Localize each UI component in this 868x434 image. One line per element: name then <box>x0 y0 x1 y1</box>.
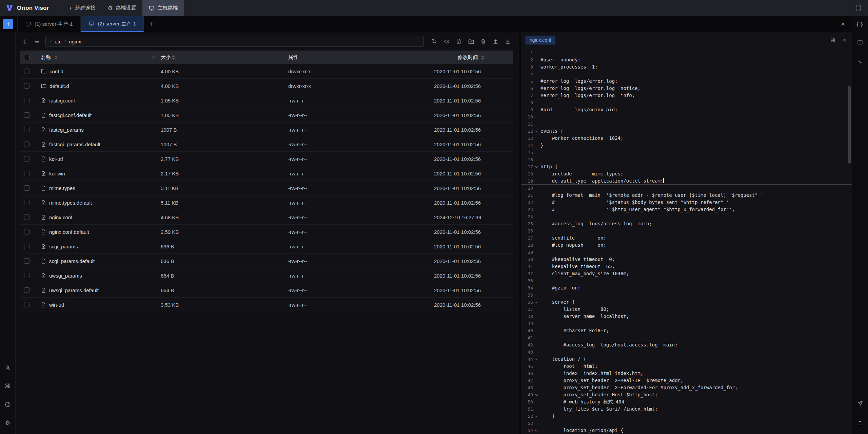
row-checkbox[interactable] <box>24 141 29 147</box>
code-line[interactable]: 48 proxy_set_header X-Forwarded-For $pro… <box>521 384 852 391</box>
code-line[interactable]: 4 <box>521 71 852 78</box>
file-name[interactable]: uwsgi_params <box>49 273 82 279</box>
code-line[interactable]: 11 <box>521 120 852 128</box>
toggle-hidden-button[interactable] <box>441 36 452 46</box>
code-line[interactable]: 38 server_name localhost; <box>521 313 852 320</box>
column-header-attr[interactable]: 属性 <box>288 54 298 61</box>
layout-toggle-button[interactable] <box>855 37 865 47</box>
code-line[interactable]: 31 keepalive_timeout 65; <box>521 263 852 270</box>
row-checkbox[interactable] <box>24 156 29 162</box>
filter-icon[interactable] <box>151 55 156 60</box>
code-line[interactable]: 30 #keepalive_timeout 0; <box>521 256 852 263</box>
file-name[interactable]: scgi_params.default <box>49 258 95 264</box>
code-line[interactable]: 3worker_processes 1; <box>521 63 852 71</box>
navbar-item-new-connection[interactable]: +新建连接 <box>62 0 101 16</box>
select-all-checkbox[interactable] <box>24 55 29 60</box>
table-row[interactable]: fastcgi.conf1.05 KB-rw-r--r--2020-11-01 … <box>20 93 513 108</box>
code-line[interactable]: 26 <box>521 227 852 234</box>
upload-button[interactable] <box>490 36 500 46</box>
code-line[interactable]: 19 default_type application/octet-stream… <box>521 177 852 185</box>
file-name[interactable]: fastcgi_params.default <box>49 141 100 147</box>
editor-close-button[interactable]: × <box>843 36 846 44</box>
row-checkbox[interactable] <box>24 244 29 249</box>
code-line[interactable]: 34 #gzip on; <box>521 284 852 291</box>
code-line[interactable]: 52 } <box>521 413 852 420</box>
row-checkbox[interactable] <box>24 214 29 220</box>
row-checkbox[interactable] <box>24 273 29 278</box>
code-line[interactable]: 15 <box>521 149 852 156</box>
code-line[interactable]: 5#error_log logs/error.log; <box>521 78 852 85</box>
row-checkbox[interactable] <box>24 258 29 264</box>
refresh-button[interactable]: ↻ <box>429 36 439 46</box>
file-name[interactable]: mime.types.default <box>49 200 92 206</box>
table-row[interactable]: win-utf3.53 KB-rw-r--r--2020-11-01 10:02… <box>20 298 513 312</box>
table-row[interactable]: scgi_params636 B-rw-r--r--2020-11-01 10:… <box>20 239 513 254</box>
terminal-tab-1[interactable]: (1) server-生产-1 <box>17 16 81 32</box>
path-segment[interactable]: etc <box>55 39 61 44</box>
code-line[interactable]: 24 <box>521 213 852 220</box>
code-line[interactable]: 23 # '"$http_user_agent" "$http_x_forwar… <box>521 206 852 213</box>
code-line[interactable]: 45 root html; <box>521 363 852 370</box>
save-button[interactable] <box>828 36 837 44</box>
code-line[interactable]: 37 listen 80; <box>521 306 852 313</box>
table-row[interactable]: default.d4.00 KBdrwxr-xr-x2020-11-01 10:… <box>20 79 513 93</box>
column-header-mtime[interactable]: 修改时间 <box>458 54 478 61</box>
table-row[interactable]: koi-win2.17 KB-rw-r--r--2020-11-01 10:02… <box>20 166 513 181</box>
row-checkbox[interactable] <box>24 98 29 103</box>
navbar-item-terminal-settings[interactable]: ⚙终端设置 <box>101 0 142 16</box>
code-line[interactable]: 14} <box>521 142 852 149</box>
column-header-name[interactable]: 名称 <box>41 54 51 61</box>
code-line[interactable]: 2#user nobody; <box>521 56 852 63</box>
row-checkbox[interactable] <box>24 302 29 307</box>
code-line[interactable]: 16 <box>521 156 852 163</box>
delete-button[interactable] <box>478 36 488 46</box>
file-name[interactable]: nginx.conf.default <box>49 229 89 235</box>
table-row[interactable]: koi-utf2.77 KB-rw-r--r--2020-11-01 10:02… <box>20 152 513 166</box>
code-line[interactable]: 13 worker_connections 1024; <box>521 135 852 142</box>
fold-toggle[interactable] <box>533 413 540 420</box>
row-checkbox[interactable] <box>24 200 29 205</box>
file-name[interactable]: scgi_params <box>49 244 78 249</box>
code-line[interactable]: 12events { <box>521 128 852 135</box>
file-name[interactable]: conf.d <box>50 69 63 74</box>
editor-scrollbar-thumb[interactable] <box>848 86 851 164</box>
code-line[interactable]: 42 #access_log logs/host.access.log main… <box>521 341 852 348</box>
sort-size-icon[interactable] <box>172 55 175 60</box>
table-row[interactable]: nginx.conf.default2.59 KB-rw-r--r--2020-… <box>20 225 513 239</box>
new-folder-button[interactable] <box>466 36 476 46</box>
table-row[interactable]: uwsgi_params664 B-rw-r--r--2020-11-01 10… <box>20 268 513 283</box>
code-line[interactable]: 41 <box>521 334 852 341</box>
settings-button[interactable]: ⚙ <box>3 418 13 428</box>
fold-toggle[interactable] <box>533 299 540 306</box>
file-name[interactable]: uwsgi_params.default <box>49 287 99 293</box>
code-line[interactable]: 6#error_log logs/error.log notice; <box>521 85 852 92</box>
code-line[interactable]: 51 try_files $uri $uri/ /index.html; <box>521 405 852 413</box>
code-line[interactable]: 28 #tcp_nopush on; <box>521 242 852 249</box>
sort-order-button[interactable] <box>855 57 865 67</box>
sort-mtime-icon[interactable] <box>481 55 485 60</box>
file-name[interactable]: koi-win <box>49 171 65 176</box>
row-checkbox[interactable] <box>24 127 29 132</box>
table-row[interactable]: conf.d4.00 KBdrwxr-xr-x2020-11-01 10:02:… <box>20 64 513 79</box>
fold-toggle[interactable] <box>533 391 540 398</box>
code-line[interactable]: 8 <box>521 99 852 106</box>
view-list-button[interactable] <box>32 36 42 46</box>
file-name[interactable]: mime.types <box>49 185 75 191</box>
file-name[interactable]: koi-utf <box>49 156 63 162</box>
row-checkbox[interactable] <box>24 112 29 118</box>
download-button[interactable] <box>502 36 513 46</box>
new-tab-button[interactable]: + <box>144 20 159 28</box>
code-line[interactable]: 1 <box>521 49 852 56</box>
navbar-item-host-terminal[interactable]: 主机终端 <box>142 0 184 16</box>
code-line[interactable]: 29 <box>521 249 852 256</box>
code-line[interactable]: 54 location /orion/api { <box>521 427 852 434</box>
file-name[interactable]: nginx.conf <box>49 214 72 220</box>
code-line[interactable]: 53 <box>521 420 852 427</box>
fold-toggle[interactable] <box>533 427 540 434</box>
code-line[interactable]: 46 index index.html index.htm; <box>521 370 852 377</box>
row-checkbox[interactable] <box>24 171 29 176</box>
fold-toggle[interactable] <box>533 163 540 170</box>
table-row[interactable]: uwsgi_params.default664 B-rw-r--r--2020-… <box>20 283 513 298</box>
file-name[interactable]: default.d <box>50 83 69 89</box>
code-line[interactable]: 36 server { <box>521 299 852 306</box>
